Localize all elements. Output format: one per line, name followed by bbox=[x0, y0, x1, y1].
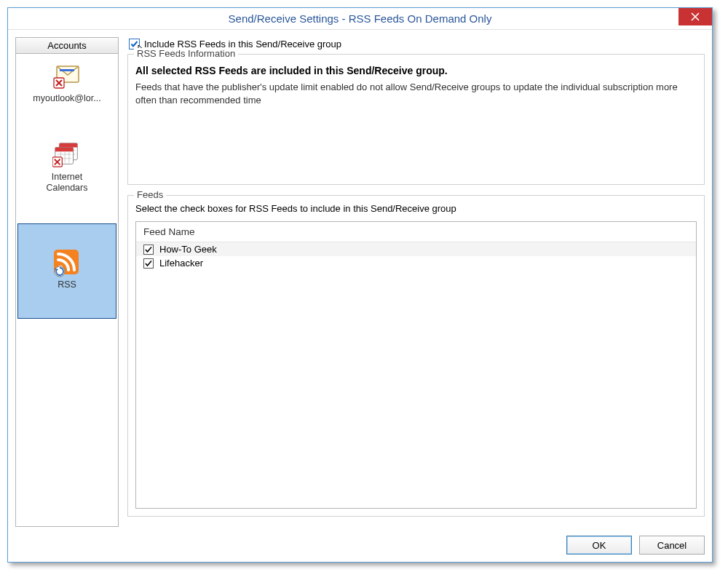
svg-rect-1 bbox=[60, 69, 74, 71]
feeds-instruction: Select the check boxes for RSS Feeds to … bbox=[135, 203, 697, 214]
account-item-calendars[interactable]: Internet Calendars bbox=[16, 132, 118, 200]
close-button[interactable] bbox=[678, 8, 712, 25]
dialog-button-row: OK Cancel bbox=[15, 527, 705, 555]
envelope-x-icon bbox=[52, 63, 82, 90]
rss-icon bbox=[52, 249, 82, 277]
cancel-button[interactable]: Cancel bbox=[639, 536, 705, 555]
close-icon bbox=[691, 12, 700, 21]
accounts-panel: Accounts myoutlook@lor... bbox=[15, 37, 119, 527]
ok-button[interactable]: OK bbox=[566, 536, 632, 555]
rss-info-legend: RSS Feeds Information bbox=[134, 48, 238, 59]
feeds-group: Feeds Select the check boxes for RSS Fee… bbox=[127, 195, 705, 517]
account-item-mail[interactable]: myoutlook@lor... bbox=[16, 54, 118, 111]
feed-name: Lifehacker bbox=[159, 258, 203, 269]
account-label: Internet Calendars bbox=[47, 172, 88, 193]
feed-checkbox[interactable] bbox=[143, 245, 154, 255]
right-panel: Include RSS Feeds in this Send/Receive g… bbox=[127, 37, 705, 527]
svg-rect-6 bbox=[55, 148, 74, 152]
feed-row[interactable]: Lifehacker bbox=[136, 256, 696, 270]
account-label: myoutlook@lor... bbox=[33, 93, 100, 103]
dialog-window: Send/Receive Settings - RSS Feeds On Dem… bbox=[7, 7, 713, 563]
feed-checkbox[interactable] bbox=[143, 258, 154, 269]
rss-info-heading: All selected RSS Feeds are included in t… bbox=[135, 65, 697, 76]
account-label: RSS bbox=[58, 279, 76, 290]
calendar-x-icon bbox=[52, 141, 82, 169]
accounts-header: Accounts bbox=[16, 38, 118, 54]
titlebar: Send/Receive Settings - RSS Feeds On Dem… bbox=[8, 8, 712, 30]
feeds-legend: Feeds bbox=[134, 189, 166, 200]
svg-rect-4 bbox=[60, 143, 78, 148]
rss-info-paragraph: Feeds that have the publisher's update l… bbox=[135, 81, 697, 106]
feed-row[interactable]: How-To Geek bbox=[136, 242, 696, 256]
feed-list: Feed Name How-To Geek bbox=[135, 221, 697, 509]
account-item-rss[interactable]: RSS bbox=[17, 223, 116, 318]
rss-info-group: RSS Feeds Information All selected RSS F… bbox=[127, 54, 705, 185]
feed-column-header: Feed Name bbox=[136, 222, 696, 242]
feed-name: How-To Geek bbox=[159, 244, 217, 255]
window-title: Send/Receive Settings - RSS Feeds On Dem… bbox=[229, 12, 492, 25]
